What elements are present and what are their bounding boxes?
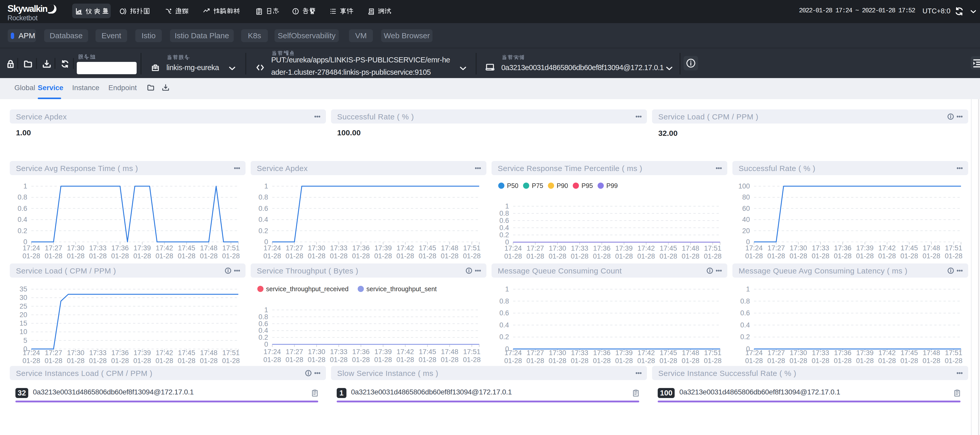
svg-text:17:36: 17:36 xyxy=(593,349,611,357)
svg-text:17:30: 17:30 xyxy=(308,244,325,252)
svg-text:0.2: 0.2 xyxy=(258,227,268,235)
svg-text:5: 5 xyxy=(23,337,27,345)
svg-text:15: 15 xyxy=(19,319,27,327)
svg-text:17:45: 17:45 xyxy=(660,349,677,357)
svg-text:01-28: 01-28 xyxy=(89,252,107,260)
svg-text:0.8: 0.8 xyxy=(258,313,268,321)
svg-text:01-28: 01-28 xyxy=(308,356,325,364)
svg-text:01-28: 01-28 xyxy=(45,252,62,260)
svg-text:01-28: 01-28 xyxy=(900,252,918,260)
svg-text:01-28: 01-28 xyxy=(263,252,281,260)
svg-text:17:33: 17:33 xyxy=(571,244,589,252)
svg-text:01-28: 01-28 xyxy=(856,357,874,365)
svg-text:01-28: 01-28 xyxy=(812,357,829,365)
svg-text:0.8: 0.8 xyxy=(499,297,509,305)
svg-text:01-28: 01-28 xyxy=(133,252,151,260)
svg-text:17:45: 17:45 xyxy=(900,244,918,252)
svg-text:17:45: 17:45 xyxy=(178,244,196,252)
svg-text:01-28: 01-28 xyxy=(856,252,874,260)
svg-text:1: 1 xyxy=(746,285,750,293)
svg-text:17:27: 17:27 xyxy=(286,348,303,356)
svg-text:service_throughput_received: service_throughput_received xyxy=(266,285,348,292)
svg-text:17:39: 17:39 xyxy=(615,244,633,252)
svg-text:01-28: 01-28 xyxy=(923,357,940,365)
svg-text:P75: P75 xyxy=(532,182,543,189)
svg-text:17:51: 17:51 xyxy=(704,244,721,252)
svg-text:01-28: 01-28 xyxy=(704,357,722,365)
svg-text:01-28: 01-28 xyxy=(834,252,851,260)
svg-text:17:27: 17:27 xyxy=(768,349,785,357)
svg-text:17:42: 17:42 xyxy=(396,244,414,252)
svg-text:01-28: 01-28 xyxy=(767,252,785,260)
svg-text:01-28: 01-28 xyxy=(330,356,348,364)
svg-text:1: 1 xyxy=(505,202,509,210)
svg-text:17:27: 17:27 xyxy=(768,244,785,252)
svg-text:17:48: 17:48 xyxy=(682,244,699,252)
svg-text:17:24: 17:24 xyxy=(745,349,763,357)
svg-text:100: 100 xyxy=(738,182,750,190)
svg-text:01-28: 01-28 xyxy=(156,357,173,365)
svg-text:17:42: 17:42 xyxy=(637,244,655,252)
svg-text:0.4: 0.4 xyxy=(740,321,750,329)
svg-text:17:33: 17:33 xyxy=(89,349,107,357)
svg-text:17:45: 17:45 xyxy=(419,348,436,356)
svg-text:17:24: 17:24 xyxy=(264,244,281,252)
svg-text:01-28: 01-28 xyxy=(945,357,963,365)
svg-text:17:45: 17:45 xyxy=(660,244,677,252)
svg-text:01-28: 01-28 xyxy=(156,252,173,260)
svg-text:17:51: 17:51 xyxy=(222,349,240,357)
svg-text:0.2: 0.2 xyxy=(258,333,268,341)
svg-text:17:36: 17:36 xyxy=(111,244,129,252)
svg-text:01-28: 01-28 xyxy=(504,252,522,260)
svg-text:60: 60 xyxy=(742,205,750,212)
svg-text:01-28: 01-28 xyxy=(263,356,281,364)
svg-text:01-28: 01-28 xyxy=(463,356,481,364)
svg-text:1: 1 xyxy=(23,182,27,190)
svg-text:40: 40 xyxy=(742,216,750,224)
svg-text:1: 1 xyxy=(505,285,509,293)
svg-text:1: 1 xyxy=(264,306,268,314)
svg-text:01-28: 01-28 xyxy=(308,252,325,260)
svg-text:01-28: 01-28 xyxy=(745,252,763,260)
svg-text:17:24: 17:24 xyxy=(22,349,40,357)
svg-text:01-28: 01-28 xyxy=(67,357,84,365)
svg-text:17:33: 17:33 xyxy=(812,244,829,252)
svg-text:01-28: 01-28 xyxy=(286,252,303,260)
svg-text:01-28: 01-28 xyxy=(222,252,240,260)
svg-text:30: 30 xyxy=(19,294,27,302)
svg-text:17:33: 17:33 xyxy=(330,348,347,356)
svg-text:01-28: 01-28 xyxy=(352,356,370,364)
svg-text:17:36: 17:36 xyxy=(352,244,370,252)
svg-text:17:30: 17:30 xyxy=(308,348,325,356)
svg-text:17:39: 17:39 xyxy=(134,349,151,357)
svg-text:17:48: 17:48 xyxy=(682,349,699,357)
svg-text:17:27: 17:27 xyxy=(45,244,62,252)
svg-text:0.4: 0.4 xyxy=(499,321,509,329)
svg-text:17:36: 17:36 xyxy=(352,348,370,356)
svg-text:17:48: 17:48 xyxy=(441,348,458,356)
svg-text:0.6: 0.6 xyxy=(499,309,509,317)
svg-text:01-28: 01-28 xyxy=(615,357,633,365)
svg-text:17:51: 17:51 xyxy=(945,349,962,357)
svg-text:01-28: 01-28 xyxy=(571,252,589,260)
svg-text:0.6: 0.6 xyxy=(258,205,268,212)
svg-text:01-28: 01-28 xyxy=(682,252,699,260)
svg-text:01-28: 01-28 xyxy=(89,357,107,365)
svg-text:0.6: 0.6 xyxy=(499,217,509,224)
svg-text:01-28: 01-28 xyxy=(878,252,896,260)
svg-text:01-28: 01-28 xyxy=(615,252,633,260)
svg-text:0.2: 0.2 xyxy=(499,333,509,341)
svg-text:01-28: 01-28 xyxy=(504,357,522,365)
svg-text:0.4: 0.4 xyxy=(258,327,268,334)
svg-text:01-28: 01-28 xyxy=(67,252,84,260)
svg-text:01-28: 01-28 xyxy=(923,252,940,260)
svg-text:0.2: 0.2 xyxy=(740,333,750,341)
svg-text:01-28: 01-28 xyxy=(527,357,544,365)
svg-text:01-28: 01-28 xyxy=(745,357,763,365)
svg-text:17:30: 17:30 xyxy=(549,349,566,357)
svg-text:01-28: 01-28 xyxy=(593,252,611,260)
svg-text:17:36: 17:36 xyxy=(593,244,611,252)
svg-text:01-28: 01-28 xyxy=(111,357,129,365)
svg-text:01-28: 01-28 xyxy=(463,252,481,260)
svg-text:0.4: 0.4 xyxy=(258,216,268,224)
